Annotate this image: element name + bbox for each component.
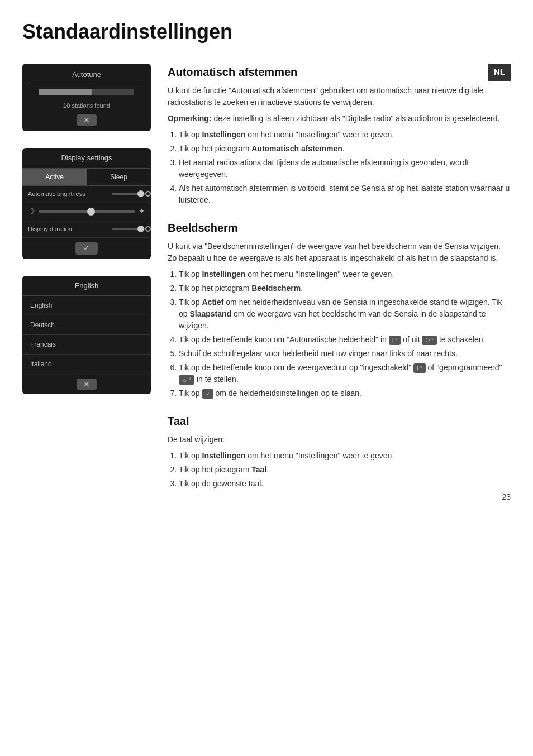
taal-step-1: Tik op Instellingen om het menu "Instell…	[179, 450, 511, 462]
autotune-close-button-row: ✕	[28, 114, 145, 126]
automatic-brightness-dot	[145, 191, 151, 197]
display-settings-title: Display settings	[22, 148, 151, 169]
beeldscherm-step-5: Schuif de schuifregelaar voor helderheid…	[179, 348, 511, 360]
page-number: 23	[502, 491, 511, 503]
display-duration-toggle[interactable]	[112, 228, 145, 230]
automatic-brightness-toggle[interactable]	[112, 193, 145, 195]
brightness-slider-thumb	[87, 208, 95, 216]
lang-item-italiano[interactable]: Italiano	[22, 355, 151, 374]
beeldscherm-heading: Beeldscherm	[168, 219, 511, 236]
autotune-progress-bar	[39, 89, 134, 95]
display-duration-label: Display duration	[28, 224, 107, 234]
autotune-screen-title: Autotune	[28, 69, 145, 83]
section-automatisch: Automatisch afstemmen U kunt de functie …	[168, 64, 511, 206]
left-column: Autotune 10 stations found ✕ Display set…	[22, 64, 151, 503]
autotune-stations-found: 10 stations found	[28, 101, 145, 111]
inline-off-icon: O °	[422, 336, 437, 345]
automatisch-step-3: Het aantal radiostations dat tijdens de …	[179, 157, 511, 180]
automatic-brightness-thumb	[137, 190, 144, 197]
autotune-close-button[interactable]: ✕	[77, 114, 97, 126]
taal-intro: De taal wijzigen:	[168, 434, 511, 446]
confirm-button[interactable]: ✓	[75, 242, 98, 255]
automatisch-step-2: Tik op het pictogram Automatisch afstemm…	[179, 143, 511, 155]
beeldscherm-step-1: Tik op Instellingen om het menu "Instell…	[179, 269, 511, 280]
tab-active[interactable]: Active	[22, 169, 87, 185]
display-settings-screen: Display settings Active Sleep Automatic …	[22, 148, 151, 259]
language-screen: English English Deutsch Français Italian…	[22, 276, 151, 395]
beeldscherm-step-2: Tik op het pictogram Beeldscherm.	[179, 283, 511, 294]
language-screen-title: English	[22, 276, 151, 296]
inline-on2-icon: I °	[413, 363, 426, 373]
brightness-slider[interactable]	[39, 210, 135, 213]
automatisch-step-4: Als het automatisch afstemmen is voltooi…	[179, 183, 511, 206]
beeldscherm-steps: Tik op Instellingen om het menu "Instell…	[168, 269, 511, 399]
beeldscherm-intro: U kunt via "Beeldscherminstellingen" de …	[168, 241, 511, 264]
display-duration-thumb	[137, 226, 144, 232]
taal-steps: Tik op Instellingen om het menu "Instell…	[168, 450, 511, 490]
inline-on-icon: I °	[389, 336, 401, 345]
taal-step-2: Tik op het pictogram Taal.	[179, 464, 511, 476]
inline-confirm-icon: ✓	[202, 389, 213, 399]
right-column: NL Automatisch afstemmen U kunt de funct…	[168, 64, 511, 503]
autotune-screen: Autotune 10 stations found ✕	[22, 64, 151, 131]
lang-item-deutsch[interactable]: Deutsch	[22, 315, 151, 335]
beeldscherm-step-6: Tik op de betreffende knop om de weergav…	[179, 362, 511, 385]
display-tabs-row: Active Sleep	[22, 169, 151, 186]
automatisch-step-1: Tik op Instellingen om het menu "Instell…	[179, 129, 511, 141]
note-text: deze instelling is alleen zichtbaar als …	[212, 114, 500, 123]
tab-sleep[interactable]: Sleep	[87, 169, 151, 185]
language-close-button-row: ✕	[22, 374, 151, 394]
brightness-slider-row: ☽ ✦	[22, 202, 151, 221]
lang-item-francais[interactable]: Français	[22, 335, 151, 355]
automatic-brightness-label: Automatic brightness	[28, 189, 112, 199]
automatisch-note: Opmerking: deze instelling is alleen zic…	[168, 113, 511, 125]
display-duration-dot	[145, 226, 151, 232]
page-title: Standaardinstellingen	[22, 17, 511, 47]
nl-badge: NL	[488, 64, 511, 81]
confirm-button-row: ✓	[22, 238, 151, 259]
automatisch-steps: Tik op Instellingen om het menu "Instell…	[168, 129, 511, 206]
automatisch-intro: U kunt de functie "Automatisch afstemmen…	[168, 85, 511, 108]
section-taal: Taal De taal wijzigen: Tik op Instelling…	[168, 413, 511, 490]
lang-item-english[interactable]: English	[22, 296, 151, 315]
sun-icon: ✦	[139, 205, 145, 217]
display-duration-row: Display duration	[22, 221, 151, 238]
beeldscherm-step-7: Tik op ✓ om de helderheidsinstellingen o…	[179, 387, 511, 399]
language-close-button[interactable]: ✕	[77, 379, 97, 390]
taal-step-3: Tik op de gewenste taal.	[179, 478, 511, 490]
note-label: Opmerking:	[168, 114, 212, 123]
autotune-progress-fill	[39, 89, 92, 95]
section-beeldscherm: Beeldscherm U kunt via "Beeldscherminste…	[168, 219, 511, 399]
automatic-brightness-row: Automatic brightness	[22, 186, 151, 203]
moon-icon: ☽	[28, 205, 35, 217]
beeldscherm-step-4: Tik op de betreffende knop om "Automatis…	[179, 334, 511, 346]
taal-heading: Taal	[168, 413, 511, 429]
beeldscherm-step-3: Tik op Actief om het helderheidsniveau v…	[179, 296, 511, 332]
automatisch-heading: Automatisch afstemmen	[168, 64, 511, 80]
inline-prog-icon: ☼ °	[179, 375, 194, 385]
